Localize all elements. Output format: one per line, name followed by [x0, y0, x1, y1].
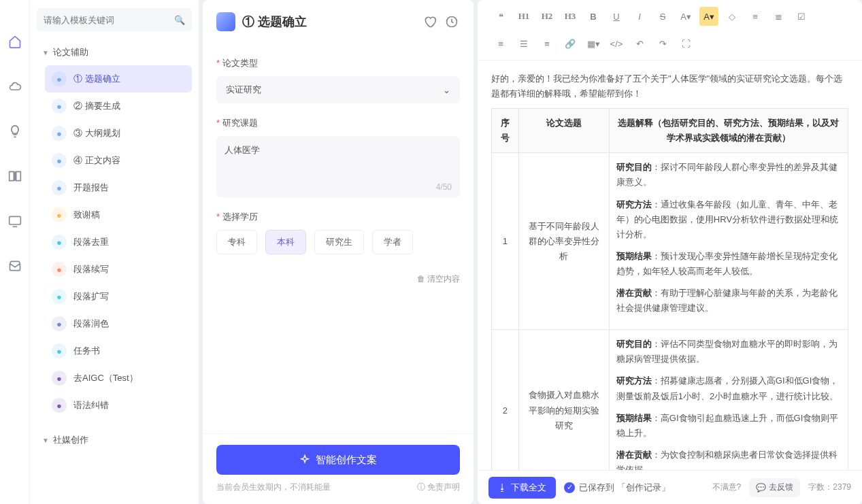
- h2-button[interactable]: H2: [537, 7, 557, 26]
- checklist-icon[interactable]: ☑: [792, 7, 811, 26]
- sidebar: 🔍 ▼论文辅助●① 选题确立●② 摘要生成●③ 大纲规划●④ 正文内容●开题报告…: [30, 0, 199, 504]
- inbox-icon[interactable]: [7, 258, 22, 273]
- topics-table: 序号论文选题选题解释（包括研究目的、研究方法、预期结果，以及对学术界或实践领域的…: [491, 108, 848, 470]
- code-icon[interactable]: </>: [607, 34, 626, 53]
- monitor-icon[interactable]: [7, 214, 22, 229]
- table-header: 论文选题: [518, 109, 609, 153]
- align-right-icon[interactable]: ≡: [537, 34, 557, 53]
- sidebar-item-label: ② 摘要生成: [73, 100, 120, 112]
- generate-button[interactable]: 智能创作文案: [216, 445, 460, 475]
- feedback-button[interactable]: 💬 去反馈: [749, 478, 800, 497]
- search-input[interactable]: [44, 15, 174, 25]
- highlight-button[interactable]: A▾: [699, 7, 718, 26]
- sidebar-item[interactable]: ●① 选题确立: [45, 65, 192, 93]
- fullscreen-icon[interactable]: ⛶: [676, 34, 695, 53]
- underline-button[interactable]: U: [607, 7, 626, 26]
- disclaimer-link[interactable]: ⓘ 免责声明: [417, 482, 460, 493]
- sidebar-item[interactable]: ●② 摘要生成: [45, 93, 192, 120]
- sidebar-item-label: ③ 大纲规划: [73, 127, 120, 139]
- editor-toolbar: ❝ H1 H2 H3 B U I S A▾ A▾ ◇ ≡ ≣ ☑ ≡ ☰ ≡ 🔗…: [478, 0, 862, 61]
- sidebar-item[interactable]: ●段落润色: [45, 310, 192, 337]
- bold-button[interactable]: B: [584, 7, 603, 26]
- doc-icon: ●: [52, 71, 67, 86]
- select-type[interactable]: 实证研究 ⌄: [216, 76, 460, 103]
- form-title: ① 选题确立: [242, 14, 416, 30]
- topic-value: 人体医学: [225, 145, 260, 155]
- degree-chip[interactable]: 本科: [265, 230, 306, 254]
- degree-chip[interactable]: 专科: [216, 230, 257, 254]
- book-icon[interactable]: [7, 169, 22, 184]
- sidebar-item[interactable]: ●任务书: [45, 337, 192, 365]
- sidebar-item[interactable]: ●致谢稿: [45, 201, 192, 229]
- table-header: 选题解释（包括研究目的、研究方法、预期结果，以及对学术界或实践领域的潜在贡献）: [609, 109, 848, 153]
- sidebar-item-label: 任务书: [73, 345, 100, 357]
- sidebar-item-label: 去AIGC（Test）: [73, 372, 138, 384]
- h1-button[interactable]: H1: [514, 7, 533, 26]
- home-icon[interactable]: [7, 34, 22, 49]
- bulb-icon[interactable]: [7, 124, 22, 139]
- sidebar-item[interactable]: ●段落去重: [45, 229, 192, 256]
- history-icon[interactable]: [444, 14, 460, 30]
- sidebar-item[interactable]: ●③ 大纲规划: [45, 120, 192, 147]
- search-box[interactable]: 🔍: [37, 8, 192, 31]
- form-header: ① 选题确立: [203, 0, 474, 44]
- sidebar-group[interactable]: ▼社媒创作: [37, 430, 192, 450]
- undo-icon[interactable]: ↶: [630, 34, 649, 53]
- table-row: 1基于不同年龄段人群的心率变异性分析研究目的：探讨不同年龄段人群心率变异性的差异…: [492, 153, 848, 330]
- continue-icon: ●: [52, 262, 67, 277]
- label-type: 论文类型: [216, 57, 460, 69]
- star-icon: ●: [52, 371, 67, 386]
- row-detail: 研究目的：评估不同类型食物对血糖水平的即时影响，为糖尿病管理提供依据。研究方法：…: [609, 330, 848, 470]
- topic-input[interactable]: 人体医学 4/50: [216, 136, 460, 197]
- sidebar-item[interactable]: ●段落续写: [45, 256, 192, 283]
- saved-indicator: ✓已保存到 「创作记录」: [564, 482, 670, 494]
- sidebar-item[interactable]: ●语法纠错: [45, 392, 192, 419]
- thanks-icon: ●: [52, 207, 67, 222]
- cloud-icon[interactable]: [7, 79, 22, 94]
- search-icon: 🔍: [174, 15, 185, 25]
- editor-footer: ⭳ 下载全文 ✓已保存到 「创作记录」 不满意? 💬 去反馈 字数：2379: [478, 470, 862, 504]
- text-color-button[interactable]: A▾: [676, 7, 695, 26]
- table-icon[interactable]: ▦▾: [584, 34, 603, 53]
- check-icon: ✓: [564, 482, 575, 493]
- favorite-icon[interactable]: [422, 14, 438, 30]
- nav-rail: [0, 0, 30, 504]
- star-icon: ●: [52, 398, 67, 413]
- align-left-icon[interactable]: ≡: [491, 34, 510, 53]
- sidebar-item-label: 致谢稿: [73, 209, 100, 221]
- topic-counter: 4/50: [436, 182, 452, 192]
- h3-button[interactable]: H3: [561, 7, 580, 26]
- doc-icon: ●: [52, 153, 67, 168]
- redo-icon[interactable]: ↷: [653, 34, 672, 53]
- doc-icon: ●: [52, 180, 67, 195]
- italic-button[interactable]: I: [630, 7, 649, 26]
- strike-button[interactable]: S: [653, 7, 672, 26]
- clear-button[interactable]: 🗑 清空内容: [216, 273, 460, 285]
- degree-chip[interactable]: 研究生: [314, 230, 364, 254]
- chevron-down-icon: ⌄: [443, 85, 450, 95]
- list-ul-icon[interactable]: ≡: [746, 7, 765, 26]
- sidebar-item-label: 段落去重: [73, 236, 109, 248]
- sidebar-item-label: 段落扩写: [73, 290, 109, 303]
- align-center-icon[interactable]: ☰: [514, 34, 533, 53]
- sidebar-group[interactable]: ▼论文辅助: [37, 42, 192, 63]
- dedupe-icon: ●: [52, 235, 67, 250]
- sidebar-item[interactable]: ●段落扩写: [45, 283, 192, 310]
- degree-chips: 专科本科研究生学者: [216, 230, 460, 254]
- sidebar-item[interactable]: ●去AIGC（Test）: [45, 365, 192, 392]
- sidebar-item[interactable]: ●④ 正文内容: [45, 147, 192, 174]
- link-icon[interactable]: 🔗: [561, 34, 580, 53]
- eraser-icon[interactable]: ◇: [723, 7, 742, 26]
- list-ol-icon[interactable]: ≣: [769, 7, 788, 26]
- row-num: 1: [492, 153, 519, 330]
- label-topic: 研究课题: [216, 117, 460, 129]
- editor-panel: ❝ H1 H2 H3 B U I S A▾ A▾ ◇ ≡ ≣ ☑ ≡ ☰ ≡ 🔗…: [478, 0, 862, 504]
- sidebar-item[interactable]: ●开题报告: [45, 174, 192, 201]
- editor-body[interactable]: 好的，亲爱的！我已经为你准备好了五个关于"人体医学"领域的实证研究论文选题。每个…: [478, 61, 862, 470]
- svg-rect-0: [9, 216, 20, 224]
- sidebar-item-label: ④ 正文内容: [73, 154, 120, 167]
- degree-chip[interactable]: 学者: [372, 230, 413, 254]
- row-num: 2: [492, 330, 519, 470]
- download-button[interactable]: ⭳ 下载全文: [488, 477, 556, 499]
- quote-icon[interactable]: ❝: [491, 7, 510, 26]
